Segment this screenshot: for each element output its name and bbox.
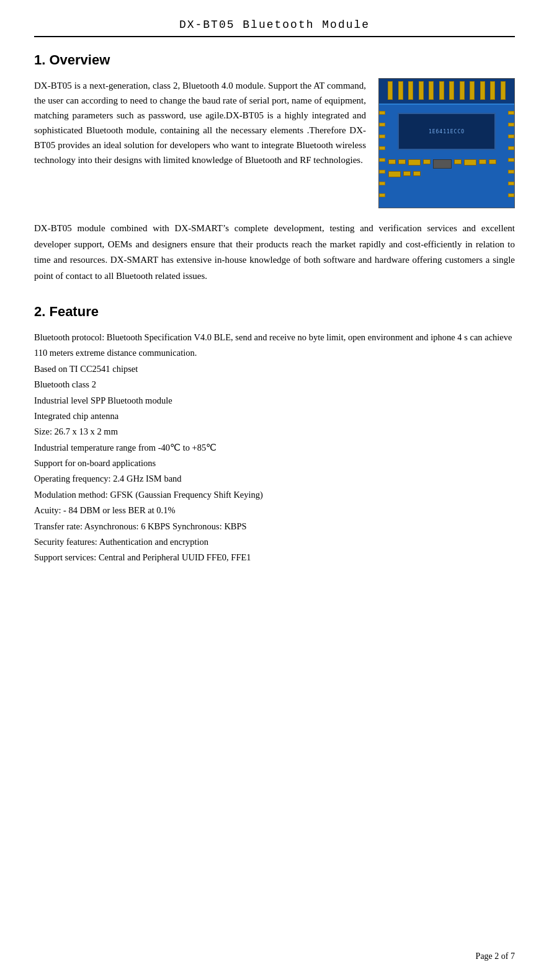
pcb-pin-side [379,170,385,174]
pcb-pin-side [508,111,514,115]
overview-paragraph1: DX-BT05 is a next-generation, class 2, B… [34,78,366,208]
feature-list: Bluetooth protocol: Bluetooth Specificat… [34,330,515,566]
feature-item: Based on TI CC2541 chipset [34,361,515,377]
pcb-component [479,159,486,164]
pcb-pin [480,81,485,100]
pcb-pin-side [379,123,385,126]
feature-item: Transfer rate: Asynchronous: 6 KBPS Sync… [34,519,515,534]
pcb-pin [460,81,465,100]
pcb-pin-side [508,135,514,138]
pcb-pin [429,81,434,100]
feature-item: Industrial temperature range from -40℃ t… [34,440,515,456]
pcb-pin [449,81,454,100]
pcb-pin-side [508,193,514,197]
pcb-component [433,159,452,169]
feature-item: Bluetooth protocol: Bluetooth Specificat… [34,330,515,361]
page-header: DX-BT05 Bluetooth Module [34,19,515,37]
pcb-component [413,171,421,176]
pcb-pin-side [379,193,385,197]
feature-item: Security features: Authentication and en… [34,534,515,550]
pcb-pins-right [508,107,514,201]
pcb-pin-side [379,135,385,138]
pcb-pins-left [379,107,385,201]
pcb-pin-side [508,182,514,185]
module-image: 1E6411ECCO [378,78,515,208]
pcb-pin-side [508,170,514,174]
overview-paragraph2: DX-BT05 module combined with DX-SMART’s … [34,221,515,284]
pcb-component [423,159,431,164]
page-footer: Page 2 of 7 [476,951,515,961]
pcb-pin [490,81,495,100]
pcb-component [489,159,496,164]
feature-item: Operating frequency: 2.4 GHz ISM band [34,471,515,487]
pcb-chip-label: 1E6411ECCO [429,129,465,135]
feature-item: Acuity: - 84 DBM or less BER at 0.1% [34,503,515,518]
pcb-chip: 1E6411ECCO [398,113,496,150]
feature-item: Industrial level SPP Bluetooth module [34,393,515,408]
pcb-pin-side [379,158,385,162]
pcb-component [403,171,411,176]
pcb-component [454,159,462,164]
feature-item: Size: 26.7 x 13 x 2 mm [34,424,515,439]
overview-content: DX-BT05 is a next-generation, class 2, B… [34,78,515,208]
section1-title: 1. Overview [34,52,515,68]
page-number: Page 2 of 7 [476,951,515,961]
pcb-pin-side [508,146,514,150]
page-container: DX-BT05 Bluetooth Module 1. Overview DX-… [0,0,549,980]
feature-item: Support services: Central and Peripheral… [34,550,515,565]
pcb-components [388,159,505,177]
pcb-pin [388,81,393,100]
pcb-pin-side [508,158,514,162]
pcb-pin [398,81,403,100]
feature-item: Integrated chip antenna [34,408,515,424]
section2-title: 2. Feature [34,304,515,320]
pcb-component [464,159,476,166]
feature-item: Support for on-board applications [34,456,515,471]
feature-item: Bluetooth class 2 [34,377,515,392]
pcb-pin-side [379,146,385,150]
pcb-pin-side [508,123,514,126]
pcb-component [398,159,406,164]
pcb-component [388,171,401,177]
pcb-pin [439,81,444,100]
pcb-pin [470,81,475,100]
pcb-pin-side [379,182,385,185]
pcb-component [408,159,421,166]
pcb-pin [408,81,413,100]
pcb-pins-top [379,79,514,102]
pcb-board: 1E6411ECCO [379,79,514,208]
pcb-pin [501,81,506,100]
pcb-pin [419,81,424,100]
pcb-component [388,159,396,164]
feature-item: Modulation method: GFSK (Gaussian Freque… [34,487,515,503]
header-title: DX-BT05 Bluetooth Module [179,19,370,31]
pcb-pin-side [379,111,385,115]
